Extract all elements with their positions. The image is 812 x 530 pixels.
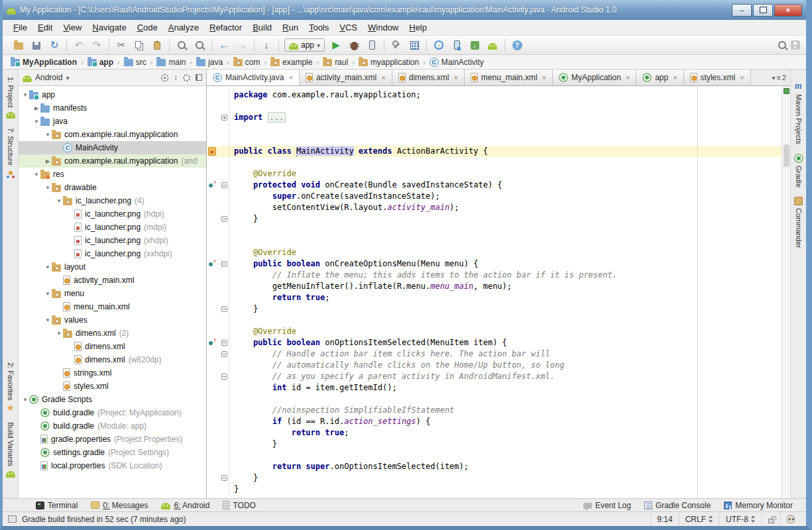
breadcrumb-item-example[interactable]: example bbox=[269, 58, 314, 67]
synchronize-icon[interactable]: ↻ bbox=[48, 38, 61, 52]
breadcrumb-item-java[interactable]: java bbox=[195, 58, 224, 67]
forward-icon[interactable]: → bbox=[235, 38, 249, 52]
code-line[interactable] bbox=[207, 101, 782, 112]
collapse-all-icon[interactable]: ↕ bbox=[174, 73, 178, 82]
tab-dimens-xml[interactable]: dimens.xml× bbox=[392, 70, 465, 85]
tool-window-toggle-icon[interactable] bbox=[8, 515, 17, 523]
fold-collapse-icon[interactable]: − bbox=[221, 340, 227, 346]
code-line[interactable]: return super.onOptionsItemSelected(item)… bbox=[207, 461, 782, 472]
code-line[interactable]: int id = item.getItemId(); bbox=[207, 382, 782, 394]
toolwindow-button-6-android[interactable]: 6: Android bbox=[154, 501, 216, 510]
tree-item-build.gradle[interactable]: build.gradle(Module: app) bbox=[19, 419, 206, 433]
menu-build[interactable]: Build bbox=[247, 21, 277, 34]
tab-app[interactable]: app× bbox=[636, 70, 683, 85]
close-button[interactable]: × bbox=[774, 4, 802, 17]
tree-item-activity-main.xml[interactable]: activity_main.xml bbox=[19, 274, 206, 287]
tree-item-dimens.xml[interactable]: dimens.xml(w820dp) bbox=[19, 353, 206, 366]
close-icon[interactable]: × bbox=[626, 74, 630, 81]
tree-arrow-icon[interactable]: ▼ bbox=[44, 317, 52, 323]
code-line[interactable]: // automatically handle clicks on the Ho… bbox=[207, 360, 782, 371]
tree-arrow-icon[interactable]: ▶ bbox=[32, 105, 40, 111]
override-marker-icon[interactable] bbox=[208, 181, 217, 189]
breadcrumb-item-main[interactable]: main bbox=[155, 58, 187, 67]
code-line[interactable]: public class MainActivity extends Action… bbox=[207, 146, 782, 157]
tree-item-ic-launcher.png[interactable]: ic_launcher.png(xhdpi) bbox=[19, 234, 206, 247]
maximize-button[interactable] bbox=[753, 4, 773, 17]
code-line[interactable] bbox=[207, 123, 782, 134]
code-line[interactable]: } bbox=[207, 439, 782, 450]
class-marker-icon[interactable] bbox=[208, 147, 216, 156]
code-line[interactable]: setContentView(R.layout.activity_main); bbox=[207, 202, 782, 213]
tree-item-local.properties[interactable]: local.properties(SDK Location) bbox=[19, 459, 206, 472]
toolwindow-button-terminal[interactable]: Terminal bbox=[29, 501, 84, 510]
tree-item-styles.xml[interactable]: styles.xml bbox=[19, 380, 206, 393]
stripe-button-buildvariants[interactable]: Build Variants bbox=[6, 417, 15, 482]
code-line[interactable] bbox=[207, 450, 782, 461]
code-line[interactable] bbox=[207, 394, 782, 405]
toolwindow-button-0-messages[interactable]: 0: Messages bbox=[84, 501, 154, 510]
code-area[interactable]: package com.example.raul.myapplication;+… bbox=[207, 86, 782, 498]
back-icon[interactable]: ← bbox=[217, 38, 231, 52]
tree-item-ic-launcher.png[interactable]: ic_launcher.png(xxhdpi) bbox=[19, 247, 206, 260]
undo-icon[interactable]: ↶ bbox=[72, 38, 86, 52]
help-icon[interactable] bbox=[510, 38, 524, 52]
tree-item-dimens.xml[interactable]: ▼dimens.xml(2) bbox=[19, 327, 206, 340]
save-all-icon[interactable] bbox=[30, 38, 43, 52]
stripe-button-gradle[interactable]: Gradle bbox=[794, 149, 803, 192]
locate-icon[interactable] bbox=[161, 74, 168, 81]
tree-item-strings.xml[interactable]: strings.xml bbox=[19, 366, 206, 380]
code-line[interactable]: +import ... bbox=[207, 112, 782, 123]
attach-debugger-icon[interactable] bbox=[365, 38, 378, 52]
project-view-selector[interactable]: Android bbox=[23, 73, 69, 82]
stripe-button-project[interactable]: 1: Project bbox=[6, 72, 15, 123]
scrollbar-thumb[interactable] bbox=[783, 144, 789, 167]
avd-manager-icon[interactable] bbox=[408, 38, 421, 52]
tree-item-app[interactable]: ▼app bbox=[19, 88, 206, 101]
line-ending-selector[interactable]: CRLF bbox=[679, 512, 719, 526]
tab-activity-main-xml[interactable]: activity_main.xml× bbox=[300, 70, 392, 85]
find-replace-icon[interactable] bbox=[193, 38, 206, 52]
tree-item-java[interactable]: ▼java bbox=[19, 115, 206, 128]
gear-icon[interactable] bbox=[183, 74, 190, 81]
tree-item-build.gradle[interactable]: build.gradle(Project: MyApplication) bbox=[19, 406, 206, 419]
code-line[interactable]: package com.example.raul.myapplication; bbox=[207, 89, 782, 101]
inspection-profile-toggle[interactable] bbox=[780, 512, 801, 526]
tree-arrow-icon[interactable]: ▼ bbox=[44, 264, 52, 270]
code-line[interactable]: if (id == R.id.action_settings) { bbox=[207, 416, 782, 427]
stripe-button-commander[interactable]: Commander bbox=[794, 192, 803, 253]
code-line[interactable]: − // Handle action bar item clicks here.… bbox=[207, 348, 782, 360]
tree-item-menu-main.xml[interactable]: menu_main.xml bbox=[19, 300, 206, 313]
reformat-code-icon[interactable]: ↓ bbox=[260, 38, 273, 52]
menu-code[interactable]: Code bbox=[132, 21, 163, 34]
stripe-button-mavenprojects[interactable]: Maven Projects bbox=[794, 76, 803, 149]
menu-tools[interactable]: Tools bbox=[304, 21, 334, 34]
toolwindow-button-todo[interactable]: TODO bbox=[216, 501, 262, 510]
tree-item-settings.gradle[interactable]: settings.gradle(Project Settings) bbox=[19, 446, 206, 459]
code-line[interactable]: − // as you specify a parent activity in… bbox=[207, 371, 782, 382]
stripe-button-structure[interactable]: 7: Structure bbox=[6, 123, 15, 182]
tab-mainactivity-java[interactable]: MainActivity.java× bbox=[207, 70, 300, 85]
tree-arrow-icon[interactable]: ▼ bbox=[32, 119, 40, 125]
cut-icon[interactable]: ✂ bbox=[115, 38, 128, 52]
search-everywhere-icon[interactable] bbox=[776, 38, 789, 52]
breadcrumb-item-myapplication[interactable]: myapplication bbox=[357, 58, 420, 67]
tree-item-gradle-scripts[interactable]: ▼Gradle Scripts bbox=[19, 393, 206, 406]
open-project-icon[interactable] bbox=[12, 38, 25, 52]
copy-icon[interactable] bbox=[133, 38, 146, 52]
breadcrumb-item-com[interactable]: com bbox=[232, 58, 262, 67]
code-line[interactable]: − public boolean onOptionsItemSelected(M… bbox=[207, 337, 782, 348]
breadcrumb-item-raul[interactable]: raul bbox=[321, 58, 349, 67]
code-line[interactable] bbox=[207, 134, 782, 146]
tree-arrow-icon[interactable]: ▼ bbox=[32, 172, 40, 178]
menu-vcs[interactable]: VCS bbox=[334, 21, 363, 34]
tree-item-values[interactable]: ▼values bbox=[19, 313, 206, 327]
tree-item-res[interactable]: ▼res bbox=[19, 168, 206, 181]
toolwindow-button-gradle-console[interactable]: Gradle Console bbox=[638, 501, 717, 510]
toolwindow-button-memory-monitor[interactable]: Memory Monitor bbox=[717, 501, 799, 510]
inspection-status-icon[interactable] bbox=[783, 88, 789, 94]
minimize-button[interactable]: – bbox=[732, 4, 752, 17]
user-account-icon[interactable] bbox=[789, 38, 802, 52]
code-line[interactable]: //noinspection SimplifiableIfStatement bbox=[207, 405, 782, 416]
code-line[interactable]: return true; bbox=[207, 427, 782, 439]
code-line[interactable]: return true; bbox=[207, 292, 782, 303]
